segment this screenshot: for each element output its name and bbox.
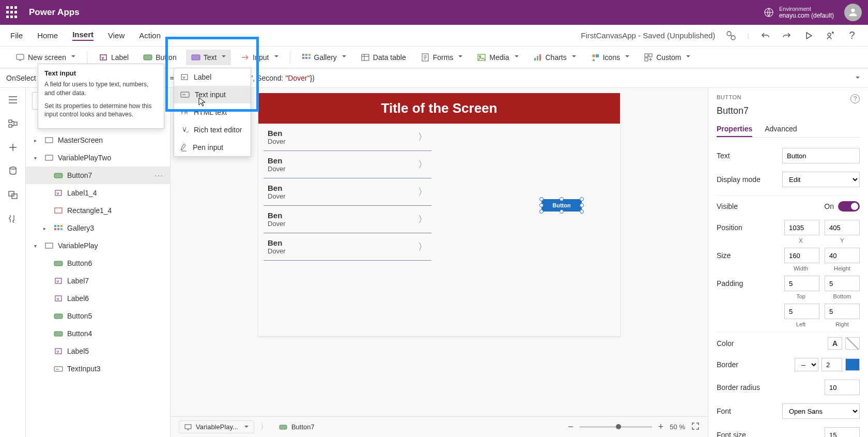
menu-home[interactable]: Home — [37, 31, 58, 40]
radius-input[interactable] — [825, 380, 860, 395]
menu-file[interactable]: File — [10, 31, 23, 40]
app-canvas[interactable]: Title of the Screen BenDover〉BenDover〉Be… — [258, 93, 620, 336]
svg-rect-6 — [144, 55, 152, 60]
fontsize-input[interactable] — [825, 427, 860, 437]
prop-displaymode-select[interactable]: Edit — [782, 172, 860, 187]
gallery-button[interactable]: Gallery — [297, 50, 351, 65]
tree-node[interactable]: Label5 — [26, 342, 170, 360]
zoom-slider[interactable] — [580, 426, 652, 428]
zoom-in-icon[interactable]: + — [658, 421, 664, 432]
data-table-button[interactable]: Data table — [355, 50, 411, 65]
dd-label[interactable]: Label — [174, 68, 251, 86]
fit-icon[interactable] — [691, 422, 700, 432]
chevron-right-icon[interactable]: 〉 — [418, 213, 427, 225]
tree-node[interactable]: ▾VariablePlay — [26, 237, 170, 254]
dd-text-input[interactable]: Text input — [174, 86, 251, 103]
play-icon[interactable] — [803, 30, 814, 41]
button-button[interactable]: Button — [138, 50, 181, 65]
hamburger-icon[interactable] — [7, 94, 19, 106]
forms-button[interactable]: Forms — [415, 50, 468, 65]
gallery-item[interactable]: BenDover〉 — [264, 178, 431, 206]
tree-node[interactable]: Button4 — [26, 325, 170, 342]
border-color-swatch[interactable] — [845, 358, 860, 371]
user-avatar[interactable] — [844, 4, 862, 21]
app-checker-icon[interactable] — [725, 30, 737, 41]
tools-icon[interactable] — [7, 213, 19, 224]
sel-category: BUTTON — [717, 94, 741, 103]
tree-view-icon[interactable] — [7, 118, 19, 129]
tab-properties[interactable]: Properties — [717, 122, 752, 137]
gallery-item[interactable]: BenDover〉 — [264, 124, 431, 151]
media-rail-icon[interactable] — [7, 189, 19, 201]
menu-insert[interactable]: Insert — [72, 30, 94, 41]
label-button[interactable]: Label — [94, 50, 134, 65]
tab-advanced[interactable]: Advanced — [765, 122, 797, 137]
icons-button[interactable]: Icons — [585, 50, 634, 65]
gallery-item[interactable]: BenDover〉 — [264, 233, 431, 261]
pos-y-input[interactable] — [825, 220, 860, 235]
gallery-item[interactable]: BenDover〉 — [264, 151, 431, 178]
charts-button[interactable]: Charts — [528, 50, 581, 65]
border-width-input[interactable] — [822, 358, 842, 371]
text-button[interactable]: Text — [186, 50, 231, 65]
svg-rect-18 — [534, 58, 536, 61]
dd-html-text[interactable]: HTML text — [174, 103, 251, 121]
size-w-input[interactable] — [784, 248, 819, 263]
tree-node[interactable]: TextInput3 — [26, 360, 170, 378]
add-icon[interactable] — [7, 142, 19, 153]
media-button[interactable]: Media — [472, 50, 523, 65]
chevron-right-icon[interactable]: 〉 — [418, 131, 427, 143]
tree-node[interactable]: ▸MasterScreen — [26, 131, 170, 149]
chevron-right-icon[interactable]: 〉 — [418, 240, 427, 253]
app-launcher-icon[interactable] — [6, 6, 19, 19]
data-icon[interactable] — [7, 165, 19, 177]
dd-rich-text[interactable]: Rich text editor — [174, 121, 251, 139]
menu-action[interactable]: Action — [139, 31, 161, 40]
tree-node[interactable]: Button5 — [26, 307, 170, 325]
breadcrumb-control[interactable]: Button7 — [274, 421, 320, 433]
gallery-item[interactable]: BenDover〉 — [264, 206, 431, 233]
pad-b-input[interactable] — [825, 276, 860, 291]
formula-input[interactable]: = Collection, {First: "Ben", Second: "Do… — [164, 74, 845, 82]
tree-node[interactable]: Rectangle1_4 — [26, 202, 170, 219]
environment-label[interactable]: Environment enayu.com (default) — [779, 6, 834, 19]
help-circle-icon[interactable]: ? — [850, 94, 860, 103]
dd-pen-input[interactable]: Pen input — [174, 139, 251, 156]
chevron-right-icon[interactable]: 〉 — [418, 158, 427, 171]
form-icon — [421, 53, 430, 62]
tree-node[interactable]: Button7··· — [26, 167, 170, 184]
pad-t-input[interactable] — [784, 276, 819, 291]
pad-l-input[interactable] — [784, 304, 819, 319]
new-screen-button[interactable]: New screen — [10, 50, 81, 65]
svg-rect-39 — [55, 208, 62, 213]
tree-node[interactable]: Label1_4 — [26, 184, 170, 202]
tree-node[interactable]: Button6 — [26, 254, 170, 272]
pad-r-input[interactable] — [825, 304, 860, 319]
tree-node[interactable]: ▸Gallery3 — [26, 219, 170, 237]
tree-node[interactable]: Label7 — [26, 272, 170, 290]
menu-view[interactable]: View — [108, 31, 125, 40]
undo-icon[interactable] — [760, 30, 771, 41]
zoom-out-icon[interactable]: − — [568, 421, 574, 432]
svg-rect-27 — [9, 125, 12, 127]
redo-icon[interactable] — [781, 30, 793, 41]
tree-node[interactable]: Label6 — [26, 290, 170, 307]
color-swatch[interactable] — [845, 337, 860, 350]
breadcrumb-screen[interactable]: VariablePlay... — [179, 420, 254, 433]
custom-button[interactable]: Custom — [639, 50, 695, 65]
sel-name: Button7 — [717, 106, 860, 116]
prop-text-input[interactable] — [782, 148, 860, 163]
chevron-right-icon[interactable]: 〉 — [418, 186, 427, 198]
border-style-select[interactable]: — — [795, 358, 818, 371]
pos-x-input[interactable] — [784, 220, 819, 235]
tree-node[interactable]: ▾VariablePlayTwo — [26, 149, 170, 167]
canvas-selected-button[interactable]: Button — [541, 199, 582, 212]
formula-expand-icon[interactable] — [845, 74, 868, 82]
help-icon[interactable]: ? — [846, 30, 858, 41]
visible-toggle[interactable] — [838, 201, 860, 212]
font-select[interactable]: Open Sans — [782, 403, 860, 419]
size-h-input[interactable] — [825, 248, 860, 263]
share-icon[interactable] — [825, 30, 836, 41]
tree-node-icon — [54, 294, 63, 303]
input-button[interactable]: Input — [235, 50, 283, 65]
